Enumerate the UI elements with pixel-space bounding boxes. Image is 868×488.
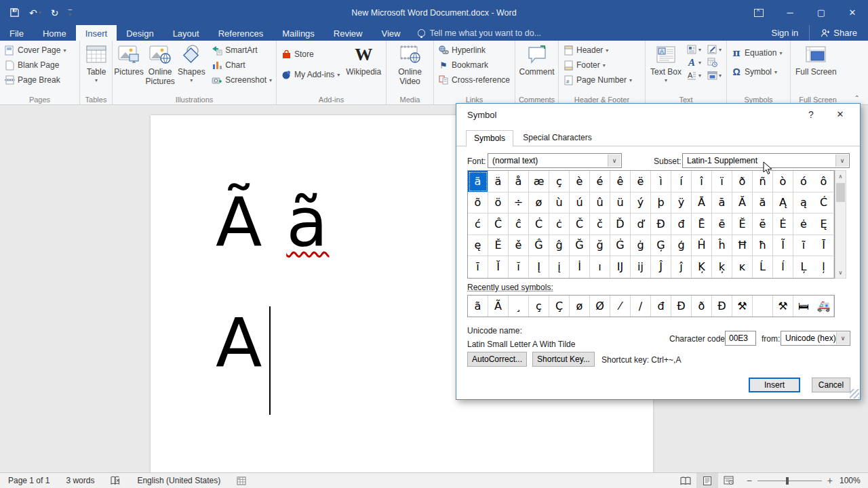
ribbon-display-options-button[interactable] — [743, 0, 774, 25]
page-number-button[interactable]: #Page Number▾ — [560, 73, 635, 87]
zoom-out-button[interactable]: − — [747, 475, 752, 486]
print-layout-button[interactable] — [696, 473, 718, 488]
from-dropdown-arrow-icon[interactable]: ∨ — [836, 332, 849, 344]
recent-symbol-cell[interactable]: đ — [651, 296, 671, 317]
symbol-cell[interactable]: Ģ — [651, 235, 671, 257]
recent-symbol-cell[interactable]: ð — [692, 296, 712, 317]
symbol-cell[interactable]: ď — [631, 214, 651, 235]
symbol-cell[interactable]: Ė — [773, 214, 793, 235]
symbol-cell[interactable]: ø — [529, 192, 549, 214]
object-button[interactable]: ▾ — [707, 70, 722, 81]
undo-button[interactable]: ↶▾ — [29, 7, 41, 18]
symbol-cell[interactable]: č — [590, 214, 610, 235]
tab-design[interactable]: Design — [117, 25, 163, 41]
symbol-cell[interactable]: ė — [793, 214, 814, 235]
recent-symbol-cell[interactable]: Ð — [712, 296, 732, 317]
symbol-cell[interactable]: ı — [590, 256, 610, 278]
symbol-cell[interactable]: é — [590, 171, 610, 192]
symbol-cell[interactable]: ģ — [671, 235, 692, 257]
symbol-cell[interactable]: Ĵ — [651, 256, 671, 278]
undo-dropdown-arrow-icon[interactable]: ▾ — [39, 9, 41, 16]
macro-record-icon[interactable] — [229, 476, 254, 485]
scrollbar-thumb[interactable] — [836, 183, 845, 202]
symbol-cell[interactable]: Ħ — [732, 235, 753, 257]
tab-insert[interactable]: Insert — [76, 25, 117, 41]
my-addins-button[interactable]: My Add-ins▾ — [278, 68, 342, 81]
recent-symbol-cell[interactable]: Ç — [549, 296, 570, 317]
recent-symbol-cell[interactable]: Đ — [671, 296, 692, 317]
cover-page-button[interactable]: Cover Page▾ — [1, 43, 68, 57]
symbol-cell[interactable]: ĉ — [509, 214, 529, 235]
symbol-cell[interactable]: ĳ — [631, 256, 651, 278]
symbol-cell[interactable]: ê — [610, 171, 631, 192]
recent-symbol-cell[interactable]: ∕ — [631, 296, 651, 317]
symbol-cell[interactable]: ü — [610, 192, 631, 214]
symbol-cell[interactable]: Ć — [814, 192, 834, 214]
symbol-cell[interactable]: ö — [488, 192, 509, 214]
recent-symbol-cell[interactable]: Ã — [488, 296, 509, 317]
date-time-button[interactable] — [707, 57, 722, 68]
symbol-cell[interactable]: Ĉ — [488, 214, 509, 235]
symbol-cell[interactable]: ç — [549, 171, 570, 192]
tab-view[interactable]: View — [372, 25, 410, 41]
quick-parts-button[interactable]: ▾ — [686, 44, 701, 55]
online-video-button[interactable]: Online Video — [388, 42, 432, 88]
recent-symbol-cell[interactable]: Ø — [590, 296, 610, 317]
minimize-button[interactable]: ─ — [774, 0, 806, 25]
symbol-cell[interactable]: Ĕ — [732, 214, 753, 235]
symbol-cell[interactable]: đ — [671, 214, 692, 235]
symbol-cell[interactable]: ë — [631, 171, 651, 192]
symbol-cell[interactable]: Į — [529, 256, 549, 278]
symbol-cell[interactable]: Đ — [651, 214, 671, 235]
symbol-cell[interactable]: ļ — [814, 256, 834, 278]
pictures-button[interactable]: Pictures — [114, 42, 144, 79]
symbol-cell[interactable]: ě — [509, 235, 529, 257]
read-mode-button[interactable] — [675, 473, 696, 488]
autocorrect-button[interactable]: AutoCorrect... — [467, 352, 527, 367]
symbol-cell[interactable]: ù — [549, 192, 570, 214]
equation-button[interactable]: πEquation▾ — [728, 46, 785, 60]
table-button[interactable]: Table ▾ — [81, 42, 111, 85]
comment-button[interactable]: Comment — [517, 42, 557, 79]
symbol-cell[interactable]: ğ — [590, 235, 610, 257]
tab-home[interactable]: Home — [33, 25, 76, 41]
symbol-cell[interactable]: Ď — [610, 214, 631, 235]
symbol-cell[interactable]: Ī — [814, 235, 834, 257]
character-code-input[interactable] — [725, 331, 756, 346]
shapes-button[interactable]: Shapes ▾ — [176, 42, 206, 85]
symbol-cell[interactable]: Ę — [814, 214, 834, 235]
symbol-cell[interactable]: Ā — [692, 192, 712, 214]
symbol-cell[interactable]: į — [549, 256, 570, 278]
recent-symbol-cell[interactable]: ¸ — [509, 296, 529, 317]
close-button[interactable]: ✕ — [837, 0, 868, 25]
dialog-help-button[interactable]: ? — [804, 109, 818, 120]
recent-symbol-cell[interactable]: ⁄ — [610, 296, 631, 317]
customize-qat-button[interactable]: ─▾ — [68, 9, 72, 17]
recent-symbol-cell[interactable]: ã — [468, 296, 488, 317]
symbol-cell[interactable]: ĺ — [773, 256, 793, 278]
symbol-cell[interactable]: ó — [793, 171, 814, 192]
symbol-cell[interactable]: ì — [651, 171, 671, 192]
insert-button[interactable]: Insert — [749, 378, 800, 392]
tab-review[interactable]: Review — [324, 25, 372, 41]
smartart-button[interactable]: SmartArt — [209, 43, 275, 57]
language-indicator[interactable]: English (United States) — [129, 476, 229, 485]
symbol-cell[interactable]: þ — [651, 192, 671, 214]
symbol-cell[interactable]: ï — [712, 171, 732, 192]
symbol-cell[interactable]: ā — [712, 192, 732, 214]
online-pictures-button[interactable]: Online Pictures — [144, 42, 176, 88]
symbol-cell[interactable]: Ċ — [529, 214, 549, 235]
symbol-cell[interactable]: ĵ — [671, 256, 692, 278]
subset-dropdown-arrow-icon[interactable]: ∨ — [835, 155, 848, 167]
symbol-cell[interactable]: ĭ — [509, 256, 529, 278]
symbol-cell[interactable]: Ĩ — [773, 235, 793, 257]
symbol-cell[interactable]: ã — [468, 171, 488, 192]
symbol-cell[interactable]: ĕ — [753, 214, 773, 235]
symbol-cell[interactable]: ĸ — [732, 256, 753, 278]
cross-reference-button[interactable]: Cross-reference — [435, 73, 513, 87]
symbol-cell[interactable]: ċ — [549, 214, 570, 235]
symbol-cell[interactable]: ą — [793, 192, 814, 214]
symbol-cell[interactable]: Ĝ — [529, 235, 549, 257]
header-button[interactable]: Header▾ — [560, 43, 635, 57]
store-button[interactable]: Store — [278, 47, 342, 61]
